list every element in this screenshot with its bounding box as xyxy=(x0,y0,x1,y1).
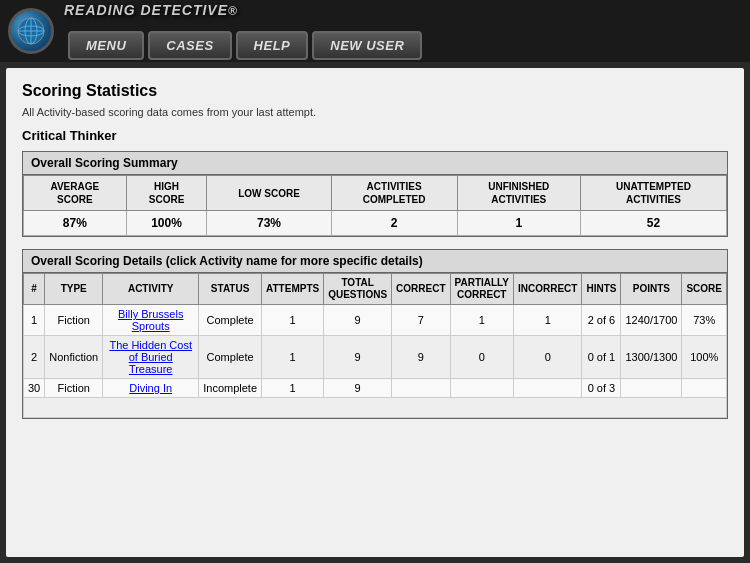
details-header-score: SCORE xyxy=(682,274,727,305)
page-subtitle: All Activity-based scoring data comes fr… xyxy=(22,106,728,118)
row3-status: Incomplete xyxy=(199,379,262,398)
menu-button[interactable]: MENU xyxy=(68,31,144,60)
summary-header-avg-score: AVERAGESCORE xyxy=(24,176,127,211)
details-header-type: TYPE xyxy=(45,274,103,305)
row2-score: 100% xyxy=(682,336,727,379)
table-row: 2 Nonfiction The Hidden Cost of Buried T… xyxy=(24,336,727,379)
summary-avg-score: 87% xyxy=(24,211,127,236)
row3-partially-correct xyxy=(450,379,513,398)
details-header-partially-correct: PARTIALLYCORRECT xyxy=(450,274,513,305)
row2-num: 2 xyxy=(24,336,45,379)
details-header-incorrect: INCORRECT xyxy=(513,274,581,305)
row2-total-questions: 9 xyxy=(324,336,392,379)
details-header-attempts: ATTEMPTS xyxy=(262,274,324,305)
new-user-button[interactable]: NEW USER xyxy=(312,31,422,60)
summary-table-title: Overall Scoring Summary xyxy=(23,152,727,175)
page-title: Scoring Statistics xyxy=(22,82,728,100)
details-header-points: POINTS xyxy=(621,274,682,305)
row1-incorrect: 1 xyxy=(513,305,581,336)
section-title: Critical Thinker xyxy=(22,128,728,143)
row2-incorrect: 0 xyxy=(513,336,581,379)
empty-cell xyxy=(24,398,727,418)
row2-correct: 9 xyxy=(392,336,450,379)
row3-hints: 0 of 3 xyxy=(582,379,621,398)
summary-unfinished: 1 xyxy=(457,211,580,236)
summary-table-wrapper: Overall Scoring Summary AVERAGESCORE HIG… xyxy=(22,151,728,237)
row1-type: Fiction xyxy=(45,305,103,336)
row1-correct: 7 xyxy=(392,305,450,336)
row3-type: Fiction xyxy=(45,379,103,398)
row3-num: 30 xyxy=(24,379,45,398)
details-table: # TYPE ACTIVITY STATUS ATTEMPTS TOTALQUE… xyxy=(23,273,727,418)
details-header-num: # xyxy=(24,274,45,305)
details-header-status: STATUS xyxy=(199,274,262,305)
summary-header-unattempted: UNATTEMPTEDACTIVITIES xyxy=(580,176,726,211)
row2-hints: 0 of 1 xyxy=(582,336,621,379)
table-row: 30 Fiction Diving In Incomplete 1 9 0 of… xyxy=(24,379,727,398)
row1-score: 73% xyxy=(682,305,727,336)
row3-total-questions: 9 xyxy=(324,379,392,398)
row2-partially-correct: 0 xyxy=(450,336,513,379)
summary-header-unfinished: UNFINISHEDACTIVITIES xyxy=(457,176,580,211)
row1-hints: 2 of 6 xyxy=(582,305,621,336)
row3-score xyxy=(682,379,727,398)
row2-status: Complete xyxy=(199,336,262,379)
details-header-hints: HINTS xyxy=(582,274,621,305)
summary-activities-completed: 2 xyxy=(331,211,457,236)
summary-header-activities-completed: ACTIVITIESCOMPLETED xyxy=(331,176,457,211)
row1-activity-link[interactable]: Billy Brussels Sprouts xyxy=(118,308,183,332)
row2-activity[interactable]: The Hidden Cost of Buried Treasure xyxy=(103,336,199,379)
details-table-title: Overall Scoring Details (click Activity … xyxy=(23,250,727,273)
row1-partially-correct: 1 xyxy=(450,305,513,336)
details-header-activity: ACTIVITY xyxy=(103,274,199,305)
summary-high-score: 100% xyxy=(126,211,207,236)
row1-attempts: 1 xyxy=(262,305,324,336)
table-row: 1 Fiction Billy Brussels Sprouts Complet… xyxy=(24,305,727,336)
row1-status: Complete xyxy=(199,305,262,336)
app-title-text: READING DETECTIVE xyxy=(64,2,228,18)
row2-attempts: 1 xyxy=(262,336,324,379)
trademark: ® xyxy=(228,4,238,18)
row2-activity-link[interactable]: The Hidden Cost of Buried Treasure xyxy=(109,339,192,375)
cases-button[interactable]: CASES xyxy=(148,31,231,60)
row3-attempts: 1 xyxy=(262,379,324,398)
summary-header-low-score: LOW SCORE xyxy=(207,176,331,211)
row1-points: 1240/1700 xyxy=(621,305,682,336)
logo-globe xyxy=(8,8,54,54)
app-title: READING DETECTIVE® xyxy=(64,2,422,29)
app-header: READING DETECTIVE® MENU CASES HELP NEW U… xyxy=(0,0,750,62)
row3-correct xyxy=(392,379,450,398)
summary-table: AVERAGESCORE HIGHSCORE LOW SCORE ACTIVIT… xyxy=(23,175,727,236)
row1-activity[interactable]: Billy Brussels Sprouts xyxy=(103,305,199,336)
summary-low-score: 73% xyxy=(207,211,331,236)
details-header-total-questions: TOTALQUESTIONS xyxy=(324,274,392,305)
row2-points: 1300/1300 xyxy=(621,336,682,379)
nav-bar: MENU CASES HELP NEW USER xyxy=(68,31,422,60)
details-table-wrapper: Overall Scoring Details (click Activity … xyxy=(22,249,728,419)
help-button[interactable]: HELP xyxy=(236,31,309,60)
row3-points xyxy=(621,379,682,398)
row3-activity[interactable]: Diving In xyxy=(103,379,199,398)
row3-activity-link[interactable]: Diving In xyxy=(129,382,172,394)
summary-header-high-score: HIGHSCORE xyxy=(126,176,207,211)
row1-total-questions: 9 xyxy=(324,305,392,336)
table-row-empty xyxy=(24,398,727,418)
row1-num: 1 xyxy=(24,305,45,336)
summary-unattempted: 52 xyxy=(580,211,726,236)
row3-incorrect xyxy=(513,379,581,398)
main-content: Scoring Statistics All Activity-based sc… xyxy=(6,68,744,557)
row2-type: Nonfiction xyxy=(45,336,103,379)
details-header-correct: CORRECT xyxy=(392,274,450,305)
